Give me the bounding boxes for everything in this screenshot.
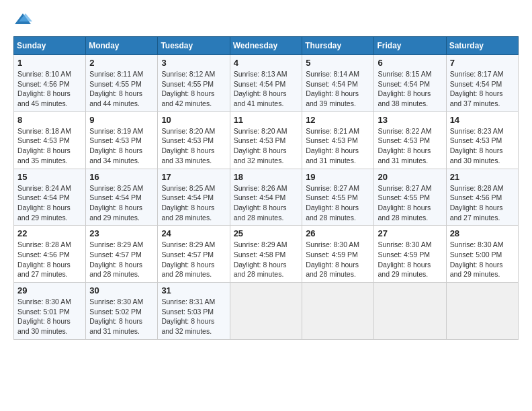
- calendar-cell: [302, 283, 374, 340]
- calendar-cell: 26 Sunrise: 8:30 AM Sunset: 4:59 PM Dayl…: [302, 226, 374, 283]
- day-number: 11: [234, 115, 299, 125]
- day-number: 9: [89, 115, 154, 125]
- calendar-cell: 15 Sunrise: 8:24 AM Sunset: 4:54 PM Dayl…: [14, 169, 86, 226]
- calendar-week-row: 8 Sunrise: 8:18 AM Sunset: 4:53 PM Dayli…: [14, 111, 519, 169]
- day-number: 5: [306, 58, 370, 68]
- day-detail: Sunrise: 8:25 AM Sunset: 4:54 PM Dayligh…: [89, 183, 154, 223]
- day-detail: Sunrise: 8:27 AM Sunset: 4:55 PM Dayligh…: [378, 183, 442, 223]
- calendar-cell: 29 Sunrise: 8:30 AM Sunset: 5:01 PM Dayl…: [14, 283, 86, 340]
- day-number: 21: [450, 172, 515, 182]
- calendar-week-row: 22 Sunrise: 8:28 AM Sunset: 4:56 PM Dayl…: [14, 226, 519, 283]
- day-detail: Sunrise: 8:30 AM Sunset: 5:02 PM Dayligh…: [89, 297, 154, 336]
- calendar-cell: 27 Sunrise: 8:30 AM Sunset: 4:59 PM Dayl…: [374, 226, 446, 283]
- day-number: 23: [89, 228, 154, 238]
- day-detail: Sunrise: 8:25 AM Sunset: 4:54 PM Dayligh…: [161, 183, 226, 223]
- day-detail: Sunrise: 8:30 AM Sunset: 5:01 PM Dayligh…: [17, 297, 82, 336]
- calendar-cell: 5 Sunrise: 8:14 AM Sunset: 4:54 PM Dayli…: [302, 55, 374, 112]
- calendar-cell: 31 Sunrise: 8:31 AM Sunset: 5:03 PM Dayl…: [158, 283, 230, 340]
- logo: [13, 11, 35, 30]
- calendar-cell: 17 Sunrise: 8:25 AM Sunset: 4:54 PM Dayl…: [158, 169, 230, 226]
- calendar-cell: 8 Sunrise: 8:18 AM Sunset: 4:53 PM Dayli…: [14, 111, 86, 169]
- day-detail: Sunrise: 8:26 AM Sunset: 4:54 PM Dayligh…: [234, 183, 299, 223]
- calendar-cell: 24 Sunrise: 8:29 AM Sunset: 4:57 PM Dayl…: [158, 226, 230, 283]
- day-number: 2: [89, 58, 154, 68]
- day-number: 1: [17, 58, 82, 68]
- calendar-cell: 19 Sunrise: 8:27 AM Sunset: 4:55 PM Dayl…: [302, 169, 374, 226]
- day-number: 8: [17, 115, 82, 125]
- calendar-cell: 14 Sunrise: 8:23 AM Sunset: 4:53 PM Dayl…: [446, 111, 518, 169]
- weekday-header: Saturday: [446, 37, 518, 55]
- day-detail: Sunrise: 8:28 AM Sunset: 4:56 PM Dayligh…: [450, 183, 515, 223]
- calendar-week-row: 15 Sunrise: 8:24 AM Sunset: 4:54 PM Dayl…: [14, 169, 519, 226]
- calendar-cell: 7 Sunrise: 8:17 AM Sunset: 4:54 PM Dayli…: [446, 55, 518, 112]
- day-number: 15: [17, 172, 82, 182]
- day-number: 7: [450, 58, 515, 68]
- day-number: 4: [234, 58, 299, 68]
- calendar-cell: 25 Sunrise: 8:29 AM Sunset: 4:58 PM Dayl…: [230, 226, 302, 283]
- day-number: 16: [89, 172, 154, 182]
- day-detail: Sunrise: 8:18 AM Sunset: 4:53 PM Dayligh…: [17, 126, 82, 166]
- calendar-cell: 11 Sunrise: 8:20 AM Sunset: 4:53 PM Dayl…: [230, 111, 302, 169]
- day-detail: Sunrise: 8:20 AM Sunset: 4:53 PM Dayligh…: [161, 126, 226, 166]
- calendar-cell: [374, 283, 446, 340]
- day-detail: Sunrise: 8:12 AM Sunset: 4:55 PM Dayligh…: [161, 69, 226, 109]
- page-header: [13, 11, 519, 30]
- day-number: 18: [234, 172, 299, 182]
- day-number: 6: [378, 58, 442, 68]
- calendar-cell: 13 Sunrise: 8:22 AM Sunset: 4:53 PM Dayl…: [374, 111, 446, 169]
- day-number: 28: [450, 228, 515, 238]
- day-number: 14: [450, 115, 515, 125]
- day-detail: Sunrise: 8:27 AM Sunset: 4:55 PM Dayligh…: [306, 183, 370, 223]
- day-number: 20: [378, 172, 442, 182]
- calendar-cell: 23 Sunrise: 8:29 AM Sunset: 4:57 PM Dayl…: [86, 226, 158, 283]
- day-number: 30: [89, 285, 154, 295]
- calendar-cell: 30 Sunrise: 8:30 AM Sunset: 5:02 PM Dayl…: [86, 283, 158, 340]
- day-number: 17: [161, 172, 226, 182]
- day-detail: Sunrise: 8:19 AM Sunset: 4:53 PM Dayligh…: [89, 126, 154, 166]
- day-number: 31: [161, 285, 226, 295]
- calendar-cell: 3 Sunrise: 8:12 AM Sunset: 4:55 PM Dayli…: [158, 55, 230, 112]
- weekday-header: Friday: [374, 37, 446, 55]
- day-number: 29: [17, 285, 82, 295]
- calendar-cell: 22 Sunrise: 8:28 AM Sunset: 4:56 PM Dayl…: [14, 226, 86, 283]
- day-number: 12: [306, 115, 370, 125]
- day-number: 19: [306, 172, 370, 182]
- calendar-week-row: 1 Sunrise: 8:10 AM Sunset: 4:56 PM Dayli…: [14, 55, 519, 112]
- day-detail: Sunrise: 8:29 AM Sunset: 4:58 PM Dayligh…: [234, 240, 299, 279]
- calendar-week-row: 29 Sunrise: 8:30 AM Sunset: 5:01 PM Dayl…: [14, 283, 519, 340]
- calendar-cell: 16 Sunrise: 8:25 AM Sunset: 4:54 PM Dayl…: [86, 169, 158, 226]
- calendar-cell: 4 Sunrise: 8:13 AM Sunset: 4:54 PM Dayli…: [230, 55, 302, 112]
- day-detail: Sunrise: 8:14 AM Sunset: 4:54 PM Dayligh…: [306, 69, 370, 109]
- weekday-header: Sunday: [14, 37, 86, 55]
- day-detail: Sunrise: 8:29 AM Sunset: 4:57 PM Dayligh…: [161, 240, 226, 279]
- day-detail: Sunrise: 8:15 AM Sunset: 4:54 PM Dayligh…: [378, 69, 442, 109]
- calendar-cell: 1 Sunrise: 8:10 AM Sunset: 4:56 PM Dayli…: [14, 55, 86, 112]
- day-detail: Sunrise: 8:20 AM Sunset: 4:53 PM Dayligh…: [234, 126, 299, 166]
- calendar-cell: 10 Sunrise: 8:20 AM Sunset: 4:53 PM Dayl…: [158, 111, 230, 169]
- calendar-cell: [446, 283, 518, 340]
- day-detail: Sunrise: 8:30 AM Sunset: 4:59 PM Dayligh…: [306, 240, 370, 279]
- calendar-cell: 12 Sunrise: 8:21 AM Sunset: 4:53 PM Dayl…: [302, 111, 374, 169]
- weekday-header: Thursday: [302, 37, 374, 55]
- calendar-cell: 28 Sunrise: 8:30 AM Sunset: 5:00 PM Dayl…: [446, 226, 518, 283]
- day-number: 25: [234, 228, 299, 238]
- weekday-header: Wednesday: [230, 37, 302, 55]
- day-number: 26: [306, 228, 370, 238]
- day-detail: Sunrise: 8:28 AM Sunset: 4:56 PM Dayligh…: [17, 240, 82, 279]
- day-detail: Sunrise: 8:29 AM Sunset: 4:57 PM Dayligh…: [89, 240, 154, 279]
- day-detail: Sunrise: 8:10 AM Sunset: 4:56 PM Dayligh…: [17, 69, 82, 109]
- day-number: 24: [161, 228, 226, 238]
- logo-icon: [13, 11, 32, 30]
- calendar-cell: 20 Sunrise: 8:27 AM Sunset: 4:55 PM Dayl…: [374, 169, 446, 226]
- calendar-table: SundayMondayTuesdayWednesdayThursdayFrid…: [13, 36, 519, 340]
- day-number: 22: [17, 228, 82, 238]
- calendar-cell: 21 Sunrise: 8:28 AM Sunset: 4:56 PM Dayl…: [446, 169, 518, 226]
- day-detail: Sunrise: 8:24 AM Sunset: 4:54 PM Dayligh…: [17, 183, 82, 223]
- calendar-cell: [230, 283, 302, 340]
- day-number: 3: [161, 58, 226, 68]
- day-detail: Sunrise: 8:17 AM Sunset: 4:54 PM Dayligh…: [450, 69, 515, 109]
- day-number: 27: [378, 228, 442, 238]
- weekday-header-row: SundayMondayTuesdayWednesdayThursdayFrid…: [14, 37, 519, 55]
- weekday-header: Monday: [86, 37, 158, 55]
- calendar-cell: 18 Sunrise: 8:26 AM Sunset: 4:54 PM Dayl…: [230, 169, 302, 226]
